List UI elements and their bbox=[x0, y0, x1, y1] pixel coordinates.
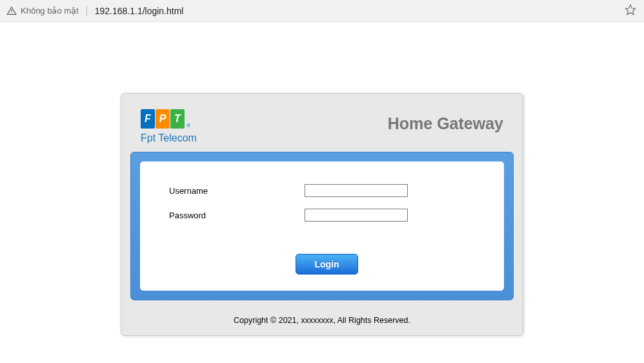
security-text: Không bảo mật bbox=[21, 6, 79, 16]
login-form-wrap: Username Password Login bbox=[130, 152, 514, 300]
password-label: Password bbox=[169, 211, 305, 220]
login-button[interactable]: Login bbox=[296, 254, 357, 275]
logo-block: F P T ® Fpt Telecom bbox=[141, 109, 197, 144]
password-input[interactable] bbox=[305, 209, 408, 222]
bookmark-star-icon[interactable] bbox=[625, 4, 636, 18]
page-title: Home Gateway bbox=[388, 109, 503, 133]
security-warning[interactable]: Không bảo mật bbox=[6, 6, 87, 16]
username-label: Username bbox=[169, 186, 305, 196]
login-form: Username Password Login bbox=[140, 161, 504, 291]
fpt-logo-icon: F P T ® bbox=[141, 109, 197, 129]
browser-address-bar: Không bảo mật 192.168.1.1/login.html bbox=[0, 0, 644, 22]
login-button-wrap: Login bbox=[169, 254, 485, 275]
password-row: Password bbox=[169, 209, 485, 222]
panel-header: F P T ® Fpt Telecom Home Gateway bbox=[121, 94, 523, 152]
svg-point-1 bbox=[11, 12, 12, 13]
brand-name: Fpt Telecom bbox=[141, 132, 197, 144]
username-input[interactable] bbox=[305, 184, 408, 197]
copyright-text: Copyright © 2021, xxxxxxxx, All Rights R… bbox=[121, 308, 523, 335]
url-text[interactable]: 192.168.1.1/login.html bbox=[95, 6, 184, 16]
login-panel: F P T ® Fpt Telecom Home Gateway Usernam… bbox=[121, 93, 523, 336]
username-row: Username bbox=[169, 184, 485, 197]
warning-icon bbox=[6, 6, 17, 16]
